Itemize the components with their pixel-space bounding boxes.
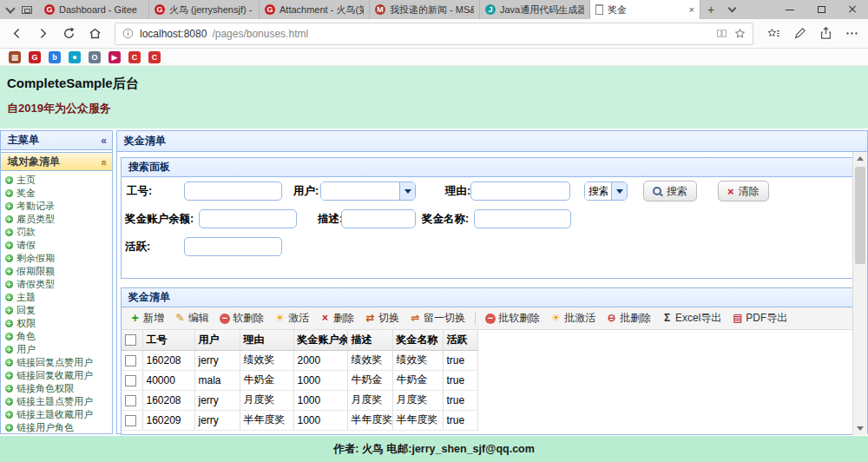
toolbar-button[interactable]: ⇄切换 xyxy=(360,309,404,327)
browser-tab[interactable]: GDashboard - Gitee xyxy=(39,0,149,19)
toolbar-button[interactable]: ▤PDF导出 xyxy=(727,309,792,327)
home-button[interactable] xyxy=(82,22,108,46)
toolbar-button[interactable]: ⊖批删除 xyxy=(602,309,655,327)
search-button[interactable]: 搜索 xyxy=(643,181,697,201)
bookmark-icon-8[interactable]: C xyxy=(148,51,161,63)
row-checkbox[interactable] xyxy=(125,415,136,426)
user-combobox-input[interactable] xyxy=(321,182,399,200)
sidebar-menu-item[interactable]: 权限 xyxy=(1,317,112,330)
more-options-button[interactable] xyxy=(838,22,865,46)
user-combobox[interactable] xyxy=(320,182,416,201)
chevron-down-icon[interactable] xyxy=(611,182,627,200)
sidebar-menu-item[interactable]: 链接回复点赞用户 xyxy=(1,356,112,369)
accordion-collapse-icon[interactable] xyxy=(101,153,107,172)
desc-input[interactable] xyxy=(341,209,416,228)
grid-row[interactable]: 160208jerry月度奖1000月度奖月度奖true xyxy=(122,390,477,410)
toolbar-button[interactable]: ☀批激活 xyxy=(546,309,600,327)
favorites-hub-button[interactable] xyxy=(760,22,786,46)
sidebar-menu-item[interactable]: 假期限额 xyxy=(1,265,112,278)
toolbar-button[interactable]: ×删除 xyxy=(315,309,358,327)
sidebar-menu-item[interactable]: 链接角色权限 xyxy=(1,382,112,395)
bookmark-icon-4[interactable]: ● xyxy=(69,51,81,63)
sidebar-menu-item[interactable]: 回复 xyxy=(1,304,112,317)
bookmark-icon-3[interactable]: b xyxy=(49,51,61,63)
search-mode-value[interactable] xyxy=(585,182,611,200)
grid-column-header[interactable]: 理由 xyxy=(240,330,293,350)
toolbar-button[interactable]: −软删除 xyxy=(215,309,268,327)
clear-button[interactable]: × 清除 xyxy=(718,181,769,201)
browser-tab[interactable]: M我投递的新闻 - MS&A( xyxy=(370,0,480,19)
web-note-button[interactable] xyxy=(786,22,812,46)
chevron-down-icon[interactable] xyxy=(399,182,415,200)
grid-row[interactable]: 160208jerry绩效奖2000绩效奖绩效奖true xyxy=(122,350,477,370)
tab-preview-icon[interactable] xyxy=(5,3,15,13)
row-checkbox[interactable] xyxy=(125,355,136,366)
sidebar-menu-item[interactable]: 奖金 xyxy=(1,187,112,200)
grid-column-header[interactable]: 活跃 xyxy=(443,330,477,350)
vertical-scrollbar[interactable] xyxy=(852,152,867,435)
new-tab-button[interactable]: + xyxy=(700,0,721,19)
grid-column-header[interactable]: 奖金账户余额 xyxy=(293,330,347,350)
toolbar-button[interactable]: +新增 xyxy=(125,309,168,327)
grid-column-header[interactable]: 用户 xyxy=(194,330,240,350)
browser-tab[interactable]: JJava通用代码生成器光 xyxy=(480,0,590,19)
sidebar-menu-item[interactable]: 链接主题点赞用户 xyxy=(1,395,112,408)
accordion-header[interactable]: 域对象清单 xyxy=(1,152,112,171)
sidebar-menu-item[interactable]: 主题 xyxy=(1,291,112,304)
sidebar-menu-item[interactable]: 主页 xyxy=(1,174,112,187)
row-checkbox[interactable] xyxy=(125,395,136,406)
address-bar[interactable]: localhost:8080/pages/bonuses.html xyxy=(115,23,753,45)
tab-close-icon[interactable]: × xyxy=(687,4,694,15)
reading-view-icon[interactable] xyxy=(715,27,728,40)
set-tabs-aside-icon[interactable] xyxy=(22,6,32,14)
site-info-icon[interactable] xyxy=(122,27,135,40)
sidebar-menu-item[interactable]: 雇员类型 xyxy=(1,213,112,226)
reason-input[interactable] xyxy=(470,182,570,201)
refresh-button[interactable] xyxy=(56,22,82,46)
grid-column-header[interactable]: 工号 xyxy=(142,330,194,350)
select-all-checkbox[interactable] xyxy=(125,334,136,346)
grid-row[interactable]: 40000mala牛奶金1000牛奶金牛奶金true xyxy=(122,370,477,390)
toolbar-button[interactable]: −批软删除 xyxy=(481,309,544,327)
tab-menu-button[interactable] xyxy=(721,0,742,19)
window-close-button[interactable] xyxy=(837,0,868,19)
back-button[interactable] xyxy=(3,22,30,46)
scroll-down-icon[interactable] xyxy=(853,422,867,435)
browser-tab[interactable]: GAttachment - 火鸟(第三 xyxy=(260,0,370,19)
sidebar-menu-item[interactable]: 角色 xyxy=(1,330,112,343)
search-mode-select[interactable] xyxy=(584,182,628,201)
window-minimize-button[interactable] xyxy=(774,0,806,19)
sidebar-collapse-icon[interactable] xyxy=(101,131,107,150)
bookmark-icon-6[interactable]: ▶ xyxy=(108,51,121,63)
bonus-name-input[interactable] xyxy=(474,209,571,228)
scroll-up-icon[interactable] xyxy=(853,152,867,165)
toolbar-button[interactable]: ✎编辑 xyxy=(170,309,214,327)
scroll-thumb[interactable] xyxy=(855,167,865,264)
active-input[interactable] xyxy=(184,237,282,256)
favorite-star-icon[interactable] xyxy=(733,27,746,40)
bookmark-icon-5[interactable]: O xyxy=(89,51,101,63)
toolbar-button[interactable]: ☀激活 xyxy=(270,309,313,327)
grid-column-header[interactable]: 描述 xyxy=(347,330,392,350)
balance-input[interactable] xyxy=(199,209,297,228)
browser-tab[interactable]: G火鸟 (jerryshensjf) - Git xyxy=(149,0,260,19)
sidebar-menu-item[interactable]: 请假类型 xyxy=(1,278,112,291)
bookmark-icon-2[interactable]: G xyxy=(29,51,41,63)
sidebar-menu-item[interactable]: 考勤记录 xyxy=(1,200,112,213)
bookmark-icon-7[interactable]: C xyxy=(128,51,141,63)
grid-row[interactable]: 160209jerry半年度奖1000半年度奖半年度奖true xyxy=(122,410,477,430)
browser-tab[interactable]: 奖金× xyxy=(590,0,700,19)
sidebar-menu-item[interactable]: 剩余假期 xyxy=(1,252,112,265)
sidebar-menu-item[interactable]: 链接用户角色 xyxy=(1,421,112,434)
window-maximize-button[interactable] xyxy=(806,0,837,19)
sidebar-menu-item[interactable]: 请假 xyxy=(1,239,112,252)
grid-column-header[interactable]: 奖金名称 xyxy=(392,330,443,350)
emp-no-input[interactable] xyxy=(184,182,282,201)
toolbar-button[interactable]: ⇌留一切换 xyxy=(405,309,470,327)
forward-button[interactable] xyxy=(30,22,56,46)
bookmark-icon-1[interactable]: ▦ xyxy=(9,51,21,63)
row-checkbox[interactable] xyxy=(125,375,136,386)
share-button[interactable] xyxy=(812,22,838,46)
sidebar-menu-item[interactable]: 用户 xyxy=(1,343,112,356)
sidebar-menu-item[interactable]: 链接回复收藏用户 xyxy=(1,369,112,382)
